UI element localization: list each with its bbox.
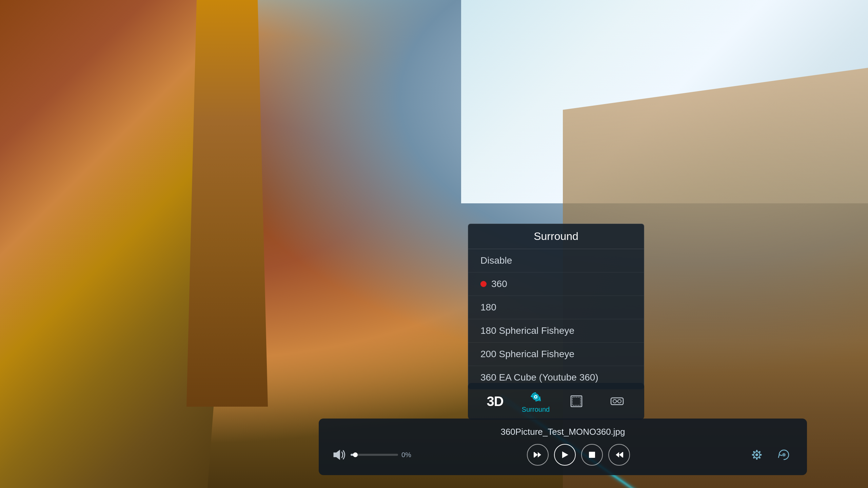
rotate-button[interactable]	[773, 444, 795, 466]
filename-label: 360Picture_Test_MONO360.jpg	[331, 427, 795, 437]
settings-eye-icon	[749, 447, 764, 462]
svg-point-23	[760, 454, 762, 456]
menu-item-360-label: 360	[491, 279, 507, 289]
svg-marker-11	[538, 452, 541, 458]
svg-point-6	[613, 400, 616, 403]
speaker-icon	[332, 447, 347, 462]
menu-item-disable[interactable]: Disable	[468, 249, 644, 272]
active-indicator-dot	[480, 281, 487, 287]
extra-controls	[746, 444, 795, 466]
rotate-icon	[776, 447, 791, 462]
skip-back-button[interactable]	[527, 444, 549, 466]
volume-thumb	[353, 452, 358, 457]
toolbar-btn-3d[interactable]: 3D	[481, 388, 509, 415]
stop-button[interactable]	[581, 444, 603, 466]
controls-row: 0%	[331, 444, 795, 466]
toolbar-btn-crop[interactable]	[563, 388, 590, 415]
skip-back-icon	[533, 450, 542, 460]
surround-eye-icon	[528, 389, 543, 404]
svg-point-22	[752, 454, 754, 456]
svg-point-7	[618, 400, 621, 403]
svg-rect-17	[622, 452, 623, 458]
menu-item-disable-label: Disable	[480, 255, 512, 266]
toolbar-surround-label: Surround	[522, 406, 550, 413]
menu-item-360-ea-cube-label: 360 EA Cube (Youtube 360)	[480, 372, 598, 383]
skip-forward-icon	[614, 450, 624, 460]
menu-item-180-spherical[interactable]: 180 Spherical Fisheye	[468, 319, 644, 343]
stop-icon	[587, 450, 597, 460]
svg-rect-4	[572, 397, 580, 405]
svg-point-28	[782, 453, 786, 456]
volume-section: 0%	[331, 447, 411, 463]
volume-slider[interactable]	[351, 454, 398, 456]
svg-point-21	[756, 458, 758, 460]
playback-controls	[419, 444, 738, 466]
menu-item-180-spherical-label: 180 Spherical Fisheye	[480, 325, 574, 336]
toolbar: 3D Surround	[468, 383, 644, 420]
svg-point-24	[753, 451, 755, 453]
surround-menu-title: Surround	[468, 224, 644, 249]
svg-marker-13	[562, 451, 568, 458]
play-icon	[560, 450, 570, 460]
svg-point-20	[756, 450, 758, 452]
settings-eye-button[interactable]	[746, 444, 768, 466]
toolbar-btn-surround[interactable]: Surround	[522, 388, 549, 415]
svg-marker-9	[334, 450, 340, 460]
menu-item-200-spherical-label: 200 Spherical Fisheye	[480, 349, 574, 360]
menu-item-180[interactable]: 180	[468, 296, 644, 319]
player-bar: 360Picture_Test_MONO360.jpg 0%	[319, 419, 807, 475]
svg-marker-10	[534, 452, 538, 458]
svg-point-2	[535, 396, 537, 398]
svg-point-26	[759, 451, 761, 453]
surround-menu: Surround Disable 360 180 180 Spherical F…	[468, 224, 644, 389]
svg-point-25	[759, 457, 761, 459]
menu-item-180-label: 180	[480, 302, 496, 313]
btn-3d-label: 3D	[487, 394, 503, 409]
crop-icon	[569, 394, 584, 409]
menu-item-360[interactable]: 360	[468, 272, 644, 296]
menu-item-200-spherical[interactable]: 200 Spherical Fisheye	[468, 343, 644, 366]
toolbar-btn-vr[interactable]	[604, 388, 631, 415]
volume-percentage: 0%	[401, 451, 411, 459]
svg-point-19	[755, 453, 758, 456]
svg-rect-14	[589, 452, 595, 458]
svg-point-27	[753, 457, 755, 459]
svg-marker-16	[619, 452, 623, 458]
vr-icon	[610, 394, 625, 409]
skip-forward-button[interactable]	[608, 444, 630, 466]
volume-icon-btn[interactable]	[331, 447, 347, 463]
svg-rect-12	[534, 452, 535, 458]
svg-marker-15	[616, 452, 619, 458]
play-button[interactable]	[554, 444, 576, 466]
